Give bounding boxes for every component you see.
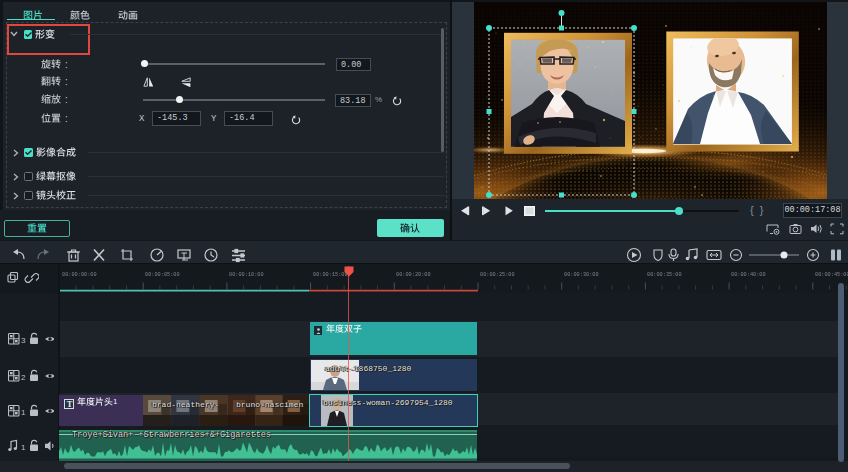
svg-text:3: 3	[21, 336, 26, 345]
svg-text:1: 1	[21, 443, 26, 452]
svg-text:1: 1	[21, 408, 26, 417]
svg-text:2: 2	[21, 373, 26, 382]
